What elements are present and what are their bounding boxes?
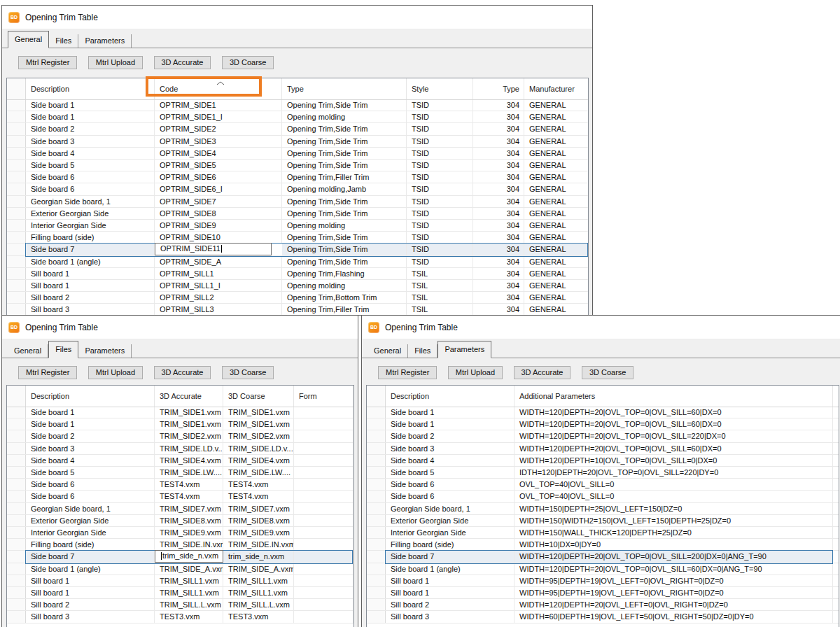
table-cell[interactable]: OPTRIM_SIDE10 (155, 232, 282, 243)
row-selector[interactable] (7, 599, 26, 610)
row-selector[interactable] (7, 563, 26, 575)
row-selector[interactable] (367, 467, 386, 478)
table-cell[interactable] (294, 491, 354, 502)
table-cell[interactable]: TRIM_SIDE4.vxm (155, 455, 223, 466)
table-cell[interactable]: Sill board 1 (26, 268, 155, 279)
row-selector[interactable] (7, 123, 26, 134)
table-cell[interactable]: TRIM_SILL.L.vxm (223, 599, 294, 610)
table-cell[interactable]: TRIM_SIDE.LD.v... (223, 443, 294, 454)
table-row[interactable]: Interior Georgian SideOPTRIM_SIDE9Openin… (7, 220, 588, 232)
row-selector[interactable] (367, 430, 386, 442)
table-cell[interactable]: 304 (473, 208, 524, 219)
table-cell[interactable] (294, 455, 354, 466)
table-cell[interactable]: TSID (407, 196, 473, 207)
table-cell[interactable]: Side board 4 (386, 455, 514, 466)
table-cell[interactable]: TRIM_SILL1.vxm (155, 587, 223, 598)
table-cell[interactable]: Opening Trim,Filler Trim (282, 171, 407, 183)
row-selector[interactable] (7, 148, 26, 159)
table-cell[interactable] (294, 611, 354, 622)
table-cell[interactable]: Side board 7 (26, 244, 155, 255)
table-cell[interactable]: TSID (407, 123, 473, 134)
table-cell[interactable]: Opening Trim,Bottom Trim (282, 292, 407, 303)
table-cell[interactable] (294, 515, 354, 526)
table-cell[interactable]: TSIL (407, 304, 473, 315)
table-row[interactable]: Side board 3OPTRIM_SIDE3Opening Trim,Sid… (7, 136, 588, 148)
table-cell[interactable]: TSIL (407, 280, 473, 291)
table-cell[interactable]: Opening Trim,Side Trim (282, 196, 407, 207)
table-cell[interactable]: WIDTH=60|DEPTH=19|OVL_LEFT=50|OVL_RIGHT=… (514, 611, 833, 622)
table-cell[interactable]: Side board 3 (26, 136, 155, 147)
table-cell[interactable] (294, 430, 354, 442)
table-cell[interactable]: TRIM_SIDE8.vxm (223, 515, 294, 526)
table-cell[interactable] (294, 575, 354, 586)
mtrl-register-button[interactable]: Mtrl Register (18, 366, 77, 379)
row-selector[interactable] (7, 256, 26, 267)
table-cell[interactable]: 304 (473, 111, 524, 122)
table-cell[interactable]: OPTRIM_SILL2 (155, 292, 282, 303)
table-cell[interactable]: GENERAL (524, 171, 589, 183)
table-cell[interactable]: OPTRIM_SIDE1_I (155, 111, 282, 122)
table-cell[interactable]: Opening molding,Jamb (282, 183, 407, 195)
table-cell[interactable]: Side board 6 (26, 479, 155, 490)
table-cell[interactable]: TRIM_SIDE1.vxm (155, 407, 223, 418)
row-selector[interactable] (7, 111, 26, 122)
row-selector[interactable] (367, 479, 386, 490)
table-cell[interactable]: Sill board 1 (26, 575, 155, 586)
table-row[interactable]: Exterior Georgian SideOPTRIM_SIDE8Openin… (7, 208, 588, 220)
row-selector[interactable] (7, 244, 26, 255)
table-cell[interactable]: TRIM_SIDE4.vxm (223, 455, 294, 466)
table-cell[interactable]: GENERAL (524, 292, 589, 303)
table-cell[interactable]: Georgian Side board, 1 (26, 503, 155, 514)
table-row[interactable]: Side board 1WIDTH=120|DEPTH=20|OVL_TOP=0… (367, 407, 839, 418)
table-cell[interactable]: Opening molding (282, 111, 407, 122)
table-row[interactable]: Side board 1OPTRIM_SIDE1Opening Trim,Sid… (7, 99, 588, 111)
table-row[interactable]: Side board 1 (angle)TRIM_SIDE_A.vxmTRIM_… (7, 563, 354, 575)
table-cell[interactable]: Side board 1 (386, 407, 514, 418)
table-cell[interactable]: TRIM_SIDE.IN.vxm (223, 539, 294, 550)
row-selector[interactable] (7, 551, 26, 562)
table-cell[interactable]: TEST4.vxm (155, 479, 223, 490)
table-row[interactable]: Side board 3TRIM_SIDE.LD.v...TRIM_SIDE.L… (7, 443, 354, 455)
table-row[interactable]: Side board 4WIDTH=120|DEPTH=10|OVL_TOP=0… (367, 455, 839, 467)
row-selector[interactable] (7, 467, 26, 478)
tab-general[interactable]: General (368, 344, 408, 358)
table-cell[interactable]: OPTRIM_SIDE8 (155, 208, 282, 219)
table-cell[interactable]: 304 (473, 136, 524, 147)
table-cell[interactable] (294, 443, 354, 454)
table-cell[interactable]: 304 (473, 280, 524, 291)
table-cell[interactable]: Side board 2 (386, 430, 514, 442)
column-header-3d-coarse[interactable]: 3D Coarse (223, 386, 294, 407)
table-cell[interactable]: TSID (407, 160, 473, 171)
3d-accurate-button[interactable]: 3D Accurate (154, 56, 211, 69)
table-row[interactable]: Side board 5TRIM_SIDE.LW....TRIM_SIDE.LW… (7, 467, 354, 479)
table-cell[interactable]: Side board 1 (angle) (386, 563, 514, 575)
row-selector[interactable] (7, 455, 26, 466)
table-cell[interactable]: Opening Trim,Flashing (282, 268, 407, 279)
table-cell[interactable]: TRIM_SILL1.vxm (155, 575, 223, 586)
row-selector[interactable] (7, 587, 26, 598)
row-selector[interactable] (367, 587, 386, 598)
table-cell[interactable]: Opening Trim,Side Trim (282, 232, 407, 243)
table-cell[interactable]: Sill board 3 (386, 611, 514, 622)
table-cell[interactable]: 304 (473, 304, 524, 315)
row-selector[interactable] (7, 418, 26, 430)
table-cell[interactable]: 304 (473, 292, 524, 303)
table-row[interactable]: Sill board 1WIDTH=95|DEPTH=19|OVL_LEFT=0… (367, 575, 839, 587)
table-row[interactable]: Side board 5OPTRIM_SIDE5Opening Trim,Sid… (7, 160, 588, 171)
table-row[interactable]: Side board 4TRIM_SIDE4.vxmTRIM_SIDE4.vxm (7, 455, 354, 467)
table-cell[interactable]: OPTRIM_SIDE6 (155, 171, 282, 183)
row-selector[interactable] (7, 196, 26, 207)
table-cell[interactable]: TRIM_SIDE7.vxm (155, 503, 223, 514)
table-cell[interactable] (294, 467, 354, 478)
table-cell[interactable]: Opening Trim,Filler Trim (282, 304, 407, 315)
table-cell[interactable]: Side board 1 (26, 99, 155, 111)
cell-editor[interactable]: trim_side_n.vxm (155, 550, 223, 562)
table-cell[interactable]: OPTRIM_SIDE2 (155, 123, 282, 134)
table-cell[interactable]: TSID (407, 256, 473, 267)
table-cell[interactable] (294, 587, 354, 598)
row-selector[interactable] (7, 292, 26, 303)
table-cell[interactable]: 304 (473, 244, 524, 255)
table-cell[interactable]: OPTRIM_SILL1_I (155, 280, 282, 291)
table-cell[interactable]: TRIM_SIDE1.vxm (223, 407, 294, 418)
row-selector[interactable] (7, 160, 26, 171)
